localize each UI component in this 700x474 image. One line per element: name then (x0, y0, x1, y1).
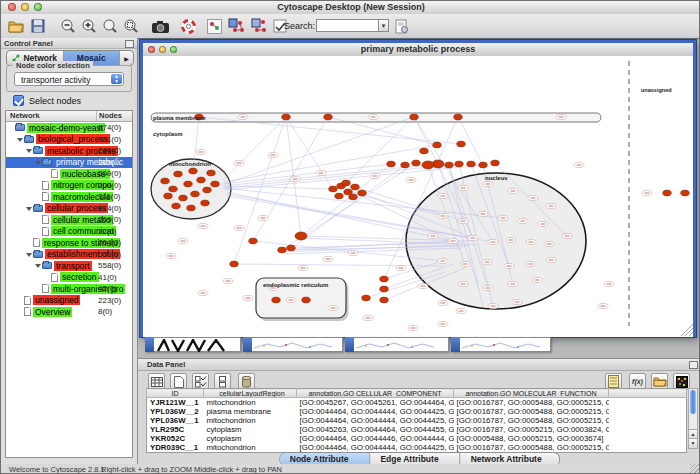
table-row[interactable]: YLR295Ccytoplasm[GO:0045263, GO:0044464,… (147, 425, 687, 434)
network-node[interactable] (342, 180, 351, 186)
tree-row[interactable]: secretion41(0) (6, 272, 132, 284)
table-row[interactable]: YJR121W__1mitochondrion[GO:0045267, GO:0… (147, 398, 687, 408)
tree-row[interactable]: cellular process614(0) (6, 203, 132, 215)
network-node[interactable] (479, 162, 488, 168)
minimized-window-strip[interactable] (145, 337, 241, 352)
tree-col-network[interactable]: Network (6, 111, 97, 121)
network-node[interactable] (454, 114, 463, 120)
network-node[interactable] (349, 194, 358, 200)
table-cell[interactable]: [GO:0044464, GO:0044444, GO:0044425, G..… (297, 416, 454, 425)
table-cell[interactable]: [GO:0016787, GO:0005488, GO:0005215, G..… (454, 407, 609, 416)
tree-row[interactable]: establishment of lo558(0) (6, 249, 132, 261)
network-node[interactable] (174, 171, 183, 177)
network-node[interactable] (329, 186, 338, 192)
network-canvas[interactable]: plasma membranecytoplasmmitochondrionnuc… (143, 56, 693, 337)
network-node[interactable] (445, 162, 454, 168)
network-node[interactable] (203, 187, 212, 193)
network-node[interactable] (433, 142, 442, 148)
network-node[interactable] (663, 190, 672, 196)
network-node[interactable] (302, 297, 311, 303)
table-cell[interactable]: YKR052C (147, 434, 204, 443)
network-node[interactable] (161, 178, 170, 184)
network-node[interactable] (422, 161, 434, 169)
tree-row[interactable]: mosaic-demo-yeast874(0) (6, 122, 132, 134)
expander-icon[interactable] (35, 262, 42, 269)
tree-row[interactable]: nucleobase-209(0) (6, 168, 132, 180)
table-row[interactable]: YKR052Ccytoplasm[GO:0044464, GO:0044446,… (147, 434, 687, 443)
tree-row[interactable]: response to stimulu264(0) (6, 237, 132, 249)
zoom-in-icon[interactable] (80, 17, 98, 35)
snapshot-camera-icon[interactable] (151, 17, 169, 35)
network-node[interactable] (189, 168, 198, 174)
vizmapper-icon[interactable] (227, 17, 245, 35)
network-edge[interactable] (223, 117, 286, 180)
network-node[interactable] (295, 232, 307, 240)
table-column-header[interactable]: _cellularLayoutRegion (204, 389, 297, 398)
float-panel-icon[interactable] (125, 40, 134, 48)
select-nodes-checkbox[interactable] (13, 95, 24, 106)
canvas-resize-grip[interactable] (685, 328, 693, 336)
network-node[interactable] (681, 190, 690, 196)
network-node[interactable] (335, 193, 344, 199)
tree-row[interactable]: cell communicat22(0) (6, 226, 132, 238)
table-scrollbar[interactable]: ▲ ▼ (688, 388, 698, 449)
table-cell[interactable]: [GO:0016787, GO:0005215, GO:0003824, G..… (454, 425, 609, 434)
tree-row[interactable]: transport558(0) (6, 260, 132, 272)
network-node[interactable] (278, 247, 287, 253)
tree-col-nodes[interactable]: Nodes (97, 111, 132, 121)
table-cell[interactable]: YPL036W__2 (147, 407, 204, 416)
filter-icon[interactable] (250, 17, 268, 35)
table-row[interactable]: YPL036W__2plasma membrane[GO:0044464, GO… (147, 407, 687, 416)
tree-row[interactable]: nitrogen compo209(0) (6, 180, 132, 192)
tree-row[interactable]: primary metabolic209(... (6, 157, 132, 169)
table-cell[interactable]: [GO:0045263, GO:0044464, GO:0044455, G..… (297, 425, 454, 434)
table-cell[interactable]: [GO:0045267, GO:0045261, GO:0044464, G..… (297, 398, 454, 408)
expander-icon[interactable] (26, 251, 33, 258)
minimized-window-strip[interactable] (451, 337, 551, 352)
table-cell[interactable]: YLR295C (147, 425, 204, 434)
network-edge[interactable] (223, 164, 391, 184)
canvas-resize-grip[interactable] (689, 332, 693, 336)
minimized-window-strip[interactable] (345, 337, 449, 352)
table-column-header[interactable]: ID (147, 389, 204, 398)
data-panel-float-icon[interactable] (689, 361, 698, 369)
network-node[interactable] (211, 181, 220, 187)
table-cell[interactable]: [GO:0044464, GO:0044444, GO:0044425, G..… (297, 407, 454, 416)
table-row[interactable]: YPL036W__1mitochondrion[GO:0044464, GO:0… (147, 416, 687, 425)
network-node[interactable] (191, 191, 200, 197)
table-cell[interactable]: [GO:0016787, GO:0005488, GO:0005215, G..… (454, 398, 609, 408)
network-node[interactable] (282, 114, 291, 120)
network-node[interactable] (169, 186, 178, 192)
network-node[interactable] (172, 203, 181, 209)
network-node[interactable] (184, 181, 193, 187)
network-node[interactable] (197, 177, 206, 183)
save-icon[interactable] (29, 17, 47, 35)
node-color-dropdown[interactable]: transporter activity ▲▼ (14, 72, 124, 86)
create-view-icon[interactable] (205, 17, 223, 35)
network-window-titlebar[interactable]: primary metabolic process (143, 43, 693, 57)
table-column-header[interactable]: annotation.GO CELLULAR_COMPONENT (297, 389, 454, 398)
table-cell[interactable]: cytoplasm (204, 425, 297, 434)
network-node[interactable] (380, 297, 389, 303)
network-node[interactable] (272, 297, 281, 303)
scrollbar-thumb[interactable] (690, 390, 696, 414)
resize-grip[interactable] (690, 464, 699, 473)
table-cell[interactable]: YPL036W__1 (147, 416, 204, 425)
open-file-icon[interactable] (7, 17, 25, 35)
table-cell[interactable]: [GO:0044464, GO:0044446, GO:0044444, G..… (297, 434, 454, 443)
search-config-icon[interactable] (393, 17, 411, 35)
network-node[interactable] (187, 205, 196, 211)
network-node[interactable] (457, 141, 466, 147)
table-cell[interactable]: cytoplasm (204, 434, 297, 443)
table-cell[interactable]: mitochondrion (204, 398, 297, 408)
network-node[interactable] (412, 160, 421, 166)
table-cell[interactable]: YDR039C__1 (147, 443, 204, 453)
network-node[interactable] (401, 162, 410, 168)
table-cell[interactable]: [GO:0016787, GO:0005488, GO:0005215, G..… (454, 416, 609, 425)
network-node[interactable] (179, 195, 188, 201)
tree-row[interactable]: biological_process651(0) (6, 134, 132, 146)
network-node[interactable] (164, 193, 173, 199)
zoom-fit-icon[interactable] (101, 17, 119, 35)
expander-icon[interactable] (35, 159, 42, 166)
network-node[interactable] (351, 184, 360, 190)
